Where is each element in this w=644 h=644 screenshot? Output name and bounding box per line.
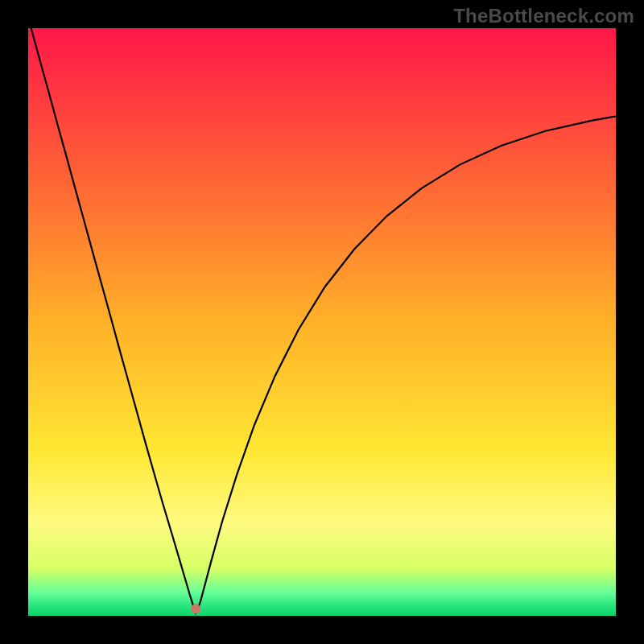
chart-frame: TheBottleneck.com [0,0,644,644]
plot-area [28,28,616,616]
chart-svg [28,28,616,616]
watermark-text: TheBottleneck.com [453,5,634,27]
gradient-background [28,28,616,616]
minimum-marker-icon [191,604,200,613]
